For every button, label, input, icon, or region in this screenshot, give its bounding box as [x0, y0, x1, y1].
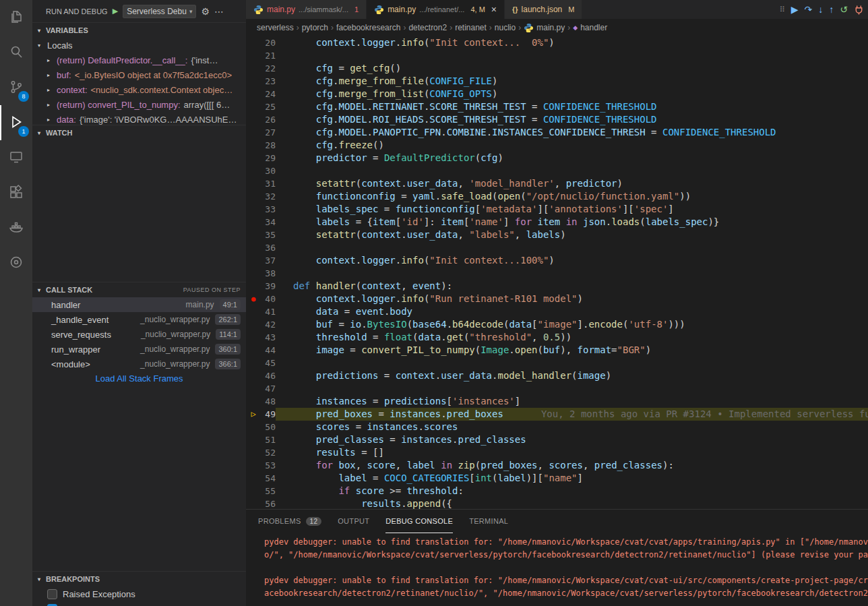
line-number[interactable]: 41 [261, 305, 276, 318]
gutter-space[interactable] [246, 88, 261, 100]
code-text[interactable]: context.logger.info("Init context...100%… [276, 254, 868, 267]
gutter-space[interactable] [246, 229, 261, 241]
code-text[interactable]: results.append({ [276, 497, 868, 509]
line-number[interactable]: 28 [261, 139, 276, 152]
line-number[interactable]: 38 [261, 267, 276, 280]
code-text[interactable]: cfg.merge_from_file(CONFIG_FILE) [276, 75, 868, 88]
line-number[interactable]: 34 [261, 216, 276, 229]
code-text[interactable]: cfg.MODEL.ROI_HEADS.SCORE_THRESH_TEST = … [276, 113, 868, 126]
variables-section-header[interactable]: ▾ VARIABLES [32, 23, 246, 38]
line-number[interactable]: 24 [261, 88, 276, 100]
code-text[interactable]: scores = instances.scores [276, 421, 868, 433]
code-text[interactable]: pred_boxes = instances.pred_boxesYou, 2 … [276, 408, 868, 421]
code-line[interactable]: 45 [246, 357, 868, 369]
code-line[interactable]: 23 cfg.merge_from_file(CONFIG_FILE) [246, 75, 868, 88]
watch-section-header[interactable]: ▾ WATCH [32, 125, 246, 140]
gutter-space[interactable] [246, 152, 261, 164]
code-line[interactable]: 35 setattr(context.user_data, "labels", … [246, 229, 868, 241]
gutter-space[interactable] [246, 267, 261, 280]
code-line[interactable]: 33 labels_spec = functionconfig['metadat… [246, 203, 868, 216]
gutter-space[interactable] [246, 382, 261, 395]
close-icon[interactable]: × [491, 4, 497, 15]
variable-row[interactable]: ▸context:<nuclio_sdk.context.Context obj… [32, 82, 246, 97]
breakpoints-section-header[interactable]: ▾ BREAKPOINTS [32, 572, 246, 586]
code-text[interactable]: setattr(context.user_data, 'model_handle… [276, 177, 868, 190]
code-line[interactable]: 48 instances = predictions['instances'] [246, 395, 868, 408]
variable-row[interactable]: ▸(return) convert_PIL_to_numpy:array([[[… [32, 97, 246, 112]
code-line[interactable]: 46 predictions = context.user_data.model… [246, 369, 868, 382]
call-stack-frame[interactable]: run_wrapper_nuclio_wrapper.py360:1 [32, 342, 246, 357]
line-number[interactable]: 21 [261, 49, 276, 62]
gutter-space[interactable] [246, 331, 261, 344]
variable-row[interactable]: ▸data:{'image': 'iVBORw0KG…AAAANSUhE… [32, 112, 246, 125]
breadcrumb-item[interactable]: pytorch [302, 23, 328, 32]
breakpoint-icon[interactable]: ● [246, 293, 261, 305]
code-text[interactable]: labels = {item['id']: item['name'] for i… [276, 216, 868, 229]
code-line[interactable]: 25 cfg.MODEL.RETINANET.SCORE_THRESH_TEST… [246, 100, 868, 113]
code-text[interactable]: results = [] [276, 446, 868, 459]
call-stack-frame[interactable]: serve_requests_nuclio_wrapper.py114:1 [32, 327, 246, 342]
code-line[interactable]: 53 for box, score, label in zip(pred_box… [246, 459, 868, 472]
panel-tab-terminal[interactable]: TERMINAL [469, 510, 508, 533]
restart-icon[interactable]: ↺ [840, 4, 848, 15]
code-line[interactable]: ▷49 pred_boxes = instances.pred_boxesYou… [246, 408, 868, 421]
call-stack-frame[interactable]: _handle_event_nuclio_wrapper.py262:1 [32, 312, 246, 327]
line-number[interactable]: 43 [261, 331, 276, 344]
line-number[interactable]: 52 [261, 446, 276, 459]
editor-tab[interactable]: {}launch.jsonM [505, 0, 582, 19]
breakpoint-item[interactable]: ✓Uncaught Exceptions [32, 601, 246, 606]
line-number[interactable]: 45 [261, 357, 276, 369]
code-line[interactable]: 54 label = COCO_CATEGORIES[int(label)]["… [246, 472, 868, 485]
code-line[interactable]: 39def handler(context, event): [246, 280, 868, 293]
line-number[interactable]: 23 [261, 75, 276, 88]
breadcrumb-item[interactable]: main.py [524, 23, 565, 33]
code-text[interactable]: context.logger.info("Init context... 0%"… [276, 36, 868, 49]
checkbox-icon[interactable] [47, 589, 57, 599]
code-line[interactable]: 29 predictor = DefaultPredictor(cfg) [246, 152, 868, 164]
line-number[interactable]: 50 [261, 421, 276, 433]
code-text[interactable] [276, 357, 868, 369]
code-line[interactable]: 30 [246, 164, 868, 177]
code-text[interactable]: labels_spec = functionconfig['metadata']… [276, 203, 868, 216]
code-text[interactable]: if score >= threshold: [276, 485, 868, 497]
activity-extensions[interactable] [0, 175, 32, 210]
gutter-space[interactable] [246, 100, 261, 113]
code-line[interactable]: 26 cfg.MODEL.ROI_HEADS.SCORE_THRESH_TEST… [246, 113, 868, 126]
code-text[interactable]: cfg.MODEL.PANOPTIC_FPN.COMBINE.INSTANCES… [276, 126, 868, 139]
gutter-space[interactable] [246, 203, 261, 216]
panel-tab-debug-console[interactable]: DEBUG CONSOLE [385, 510, 453, 533]
line-number[interactable]: 22 [261, 62, 276, 75]
gutter-space[interactable] [246, 177, 261, 190]
line-number[interactable]: 20 [261, 36, 276, 49]
gutter-space[interactable] [246, 395, 261, 408]
code-text[interactable]: cfg = get_cfg() [276, 62, 868, 75]
code-text[interactable]: def handler(context, event): [276, 280, 868, 293]
code-line[interactable]: 32 functionconfig = yaml.safe_load(open(… [246, 190, 868, 203]
breadcrumb-item[interactable]: serverless [257, 23, 294, 32]
gutter-space[interactable] [246, 357, 261, 369]
gear-icon[interactable]: ⚙ [201, 6, 210, 17]
gutter-space[interactable] [246, 62, 261, 75]
code-line[interactable]: 55 if score >= threshold: [246, 485, 868, 497]
code-line[interactable]: 24 cfg.merge_from_list(CONFIG_OPTS) [246, 88, 868, 100]
code-text[interactable]: image = convert_PIL_to_numpy(Image.open(… [276, 344, 868, 357]
editor-tab[interactable]: main.py.../siammask/...1 [246, 0, 367, 19]
line-number[interactable]: 30 [261, 164, 276, 177]
line-number[interactable]: 37 [261, 254, 276, 267]
breadcrumb-item[interactable]: ◆handler [573, 23, 607, 32]
code-text[interactable]: context.logger.info("Run retinanet-R101 … [276, 293, 868, 305]
code-line[interactable]: 37 context.logger.info("Init context...1… [246, 254, 868, 267]
code-text[interactable] [276, 241, 868, 254]
code-line[interactable]: 31 setattr(context.user_data, 'model_han… [246, 177, 868, 190]
activity-explorer[interactable] [0, 0, 32, 35]
code-text[interactable]: cfg.MODEL.RETINANET.SCORE_THRESH_TEST = … [276, 100, 868, 113]
activity-source-control[interactable]: 8 [0, 70, 32, 105]
code-text[interactable]: instances = predictions['instances'] [276, 395, 868, 408]
gutter-space[interactable] [246, 75, 261, 88]
line-number[interactable]: 35 [261, 229, 276, 241]
code-text[interactable]: pred_classes = instances.pred_classes [276, 433, 868, 446]
gutter-space[interactable] [246, 446, 261, 459]
line-number[interactable]: 56 [261, 497, 276, 509]
line-number[interactable]: 31 [261, 177, 276, 190]
activity-extension-circle[interactable] [0, 245, 32, 280]
